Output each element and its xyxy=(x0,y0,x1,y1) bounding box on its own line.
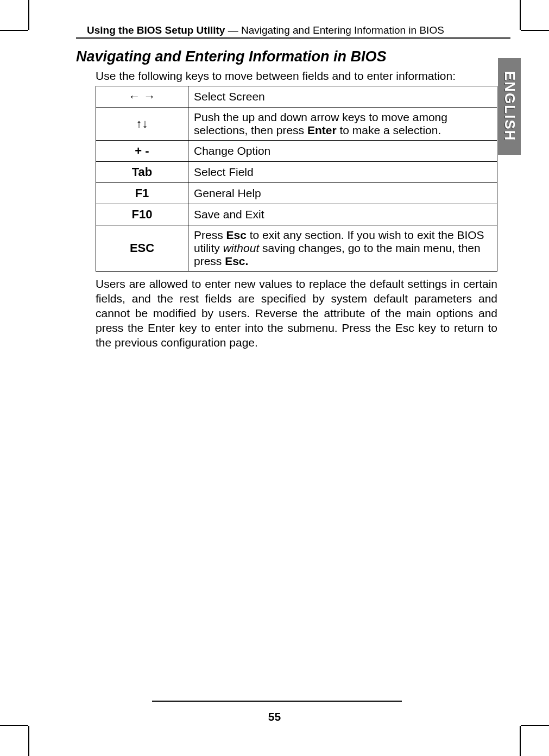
table-row: + -Change Option xyxy=(96,141,497,162)
page-content: Using the BIOS Setup Utility — Navigatin… xyxy=(76,24,510,350)
desc-cell: Change Option xyxy=(188,141,497,162)
table-row: ↑↓Push the up and down arrow keys to mov… xyxy=(96,108,497,141)
keys-table: ← →Select Screen↑↓Push the up and down a… xyxy=(96,86,497,272)
table-row: ESCPress Esc to exit any section. If you… xyxy=(96,225,497,272)
page-number: 55 xyxy=(0,710,549,723)
key-cell: F1 xyxy=(96,183,188,204)
table-row: ← →Select Screen xyxy=(96,86,497,108)
header-rest: — Navigating and Entering Information in… xyxy=(225,24,444,36)
desc-cell: Press Esc to exit any section. If you wi… xyxy=(188,225,497,272)
desc-cell: Select Field xyxy=(188,162,497,183)
desc-cell: Save and Exit xyxy=(188,204,497,225)
header-rule xyxy=(76,37,510,39)
key-cell: Tab xyxy=(96,162,188,183)
header-bold: Using the BIOS Setup Utility xyxy=(87,24,225,36)
table-row: TabSelect Field xyxy=(96,162,497,183)
running-header: Using the BIOS Setup Utility — Navigatin… xyxy=(76,24,510,36)
section-heading: Navigating and Entering Information in B… xyxy=(76,48,510,65)
table-row: F1General Help xyxy=(96,183,497,204)
footer-rule xyxy=(152,701,402,702)
key-cell: ESC xyxy=(96,225,188,272)
body-paragraph: Users are allowed to enter new values to… xyxy=(96,277,497,350)
desc-cell: Push the up and down arrow keys to move … xyxy=(188,108,497,141)
desc-cell: General Help xyxy=(188,183,497,204)
intro-text: Use the following keys to move between f… xyxy=(96,70,510,83)
key-cell: F10 xyxy=(96,204,188,225)
table-row: F10Save and Exit xyxy=(96,204,497,225)
desc-cell: Select Screen xyxy=(188,86,497,108)
key-cell: ↑↓ xyxy=(96,108,188,141)
key-cell: + - xyxy=(96,141,188,162)
key-cell: ← → xyxy=(96,86,188,108)
